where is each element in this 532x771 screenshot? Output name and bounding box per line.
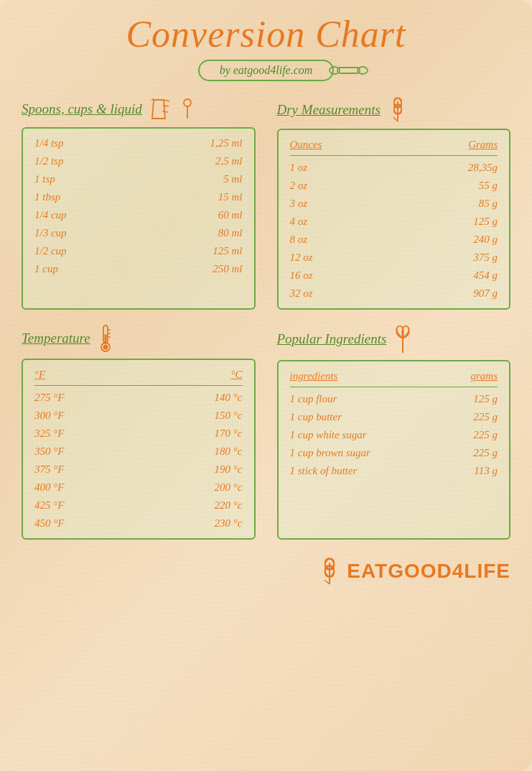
row-left: 1 cup butter (290, 411, 342, 423)
table-row: 450 °F230 °c (34, 514, 243, 532)
spoon-icon (181, 98, 194, 120)
row-right: 225 g (473, 411, 498, 423)
table-row: 375 °F190 °c (34, 461, 243, 479)
row-left: 300 °F (34, 410, 64, 422)
row-left: 1 cup (34, 263, 58, 275)
row-right: 113 g (474, 465, 498, 477)
thermometer-icon (96, 324, 115, 353)
row-right: 85 g (479, 198, 498, 210)
table-row: 1/3 cup80 ml (34, 224, 243, 242)
brand-footer: EATGOOD4LIFE (22, 557, 510, 586)
row-right: 125 g (473, 393, 498, 405)
row-right: 240 g (473, 234, 498, 246)
table-row: 400 °F200 °c (34, 479, 243, 497)
brand-wheat-icon (317, 557, 342, 586)
table-row: 1 stick of butter113 g (290, 462, 498, 480)
row-left: 1/4 tsp (34, 137, 63, 149)
subtitle-text: by eatgood4life.com (220, 64, 313, 76)
table-row: 1 oz28,35g (290, 159, 498, 177)
temperature-table: °F °C 275 °F140 °c300 °F150 °c325 °F170 … (22, 359, 256, 540)
table-row: 3 oz85 g (290, 195, 498, 213)
row-right: 125 g (473, 216, 498, 228)
table-row: 2 oz55 g (290, 177, 498, 195)
row-right: 200 °c (215, 481, 243, 494)
subtitle-bar: by eatgood4life.com (22, 60, 510, 81)
svg-point-6 (184, 99, 191, 106)
row-right: 140 °c (215, 392, 243, 404)
svg-point-17 (103, 345, 108, 350)
row-right: 150 °c (215, 410, 243, 422)
row-right: 375 g (473, 251, 498, 264)
row-left: 275 °F (34, 392, 64, 404)
table-row: 425 °F220 °c (34, 497, 243, 514)
row-left: 1 tbsp (34, 191, 60, 203)
table-row: 1 tbsp15 ml (34, 188, 243, 206)
row-right: 15 ml (218, 191, 243, 203)
rolling-pin-icon (329, 63, 368, 78)
table-row: 1 cup white sugar225 g (290, 426, 498, 444)
row-left: 1/2 tsp (34, 155, 63, 167)
temperature-header-row: °F °C (34, 366, 243, 386)
row-left: 3 oz (290, 198, 308, 210)
row-right: 250 ml (213, 263, 242, 275)
row-left: 4 oz (290, 216, 308, 228)
row-left: 350 °F (34, 445, 64, 458)
svg-line-13 (393, 117, 398, 121)
table-row: 1 cup brown sugar225 g (290, 444, 498, 462)
page: Conversion Chart by eatgood4life.com Spo… (0, 0, 532, 771)
whisk-icon (392, 324, 414, 354)
row-right: 907 g (473, 287, 498, 300)
table-row: 275 °F140 °c (34, 389, 243, 407)
content-grid: Spoons, cups & liquid 1/4 tsp1,25 ml1/2 … (22, 97, 510, 540)
spoons-rows: 1/4 tsp1,25 ml1/2 tsp2,5 ml1 tsp5 ml1 tb… (34, 134, 243, 278)
wheat-icon-dry (386, 97, 409, 123)
row-left: 375 °F (34, 463, 64, 476)
row-left: 1 tsp (34, 173, 55, 185)
row-right: 80 ml (218, 227, 243, 239)
svg-line-3 (164, 100, 169, 101)
row-right: 190 °c (215, 463, 243, 476)
dry-col-right: Grams (468, 139, 498, 151)
row-left: 1/2 cup (34, 245, 67, 257)
ingredients-title: Popular Ingredients (277, 331, 387, 347)
row-left: 2 oz (290, 180, 308, 192)
row-right: 60 ml (218, 209, 243, 221)
row-left: 12 oz (290, 251, 313, 264)
subtitle-pill: by eatgood4life.com (198, 60, 335, 81)
table-row: 350 °F180 °c (34, 443, 243, 461)
row-left: 425 °F (34, 499, 64, 512)
row-right: 170 °c (215, 428, 243, 440)
table-row: 1/2 cup125 ml (34, 242, 243, 260)
row-right: 125 ml (213, 245, 242, 257)
ingr-rows: 1 cup flour125 g1 cup butter225 g1 cup w… (290, 390, 498, 480)
table-row: 32 oz907 g (290, 285, 498, 303)
table-row: 1 cup butter225 g (290, 408, 498, 426)
ingr-col-left: ingredients (290, 370, 338, 382)
spoons-section: Spoons, cups & liquid 1/4 tsp1,25 ml1/2 … (22, 97, 256, 310)
table-row: 300 °F150 °c (34, 407, 243, 425)
spoons-header: Spoons, cups & liquid (22, 97, 256, 121)
row-left: 1 stick of butter (290, 465, 358, 477)
svg-line-4 (163, 106, 169, 106)
table-row: 16 oz454 g (290, 267, 498, 285)
row-left: 1 cup flour (290, 393, 337, 405)
svg-rect-16 (104, 334, 106, 344)
row-left: 1 cup brown sugar (290, 447, 370, 459)
dry-table: Ounces Grams 1 oz28,35g2 oz55 g3 oz85 g4… (277, 129, 511, 310)
row-left: 16 oz (290, 269, 313, 282)
spoons-title: Spoons, cups & liquid (22, 101, 142, 117)
dry-section: Dry Measurements Ounces Grams 1 oz28,35g… (277, 97, 511, 310)
dry-header-row: Ounces Grams (290, 136, 498, 156)
row-left: 400 °F (34, 481, 64, 494)
row-right: 2,5 ml (215, 155, 243, 167)
spoons-table: 1/4 tsp1,25 ml1/2 tsp2,5 ml1 tsp5 ml1 tb… (22, 127, 256, 310)
row-right: 28,35g (468, 162, 498, 174)
measuring-cup-icon (148, 97, 175, 121)
row-left: 1/3 cup (34, 227, 67, 239)
temp-rows: 275 °F140 °c300 °F150 °c325 °F170 °c350 … (34, 389, 243, 532)
row-left: 450 °F (34, 517, 64, 530)
table-row: 1 cup250 ml (34, 260, 243, 278)
ingredients-section: Popular Ingredients ingredients grams 1 … (277, 324, 511, 540)
row-left: 1 cup white sugar (290, 429, 367, 441)
row-right: 225 g (473, 447, 498, 459)
